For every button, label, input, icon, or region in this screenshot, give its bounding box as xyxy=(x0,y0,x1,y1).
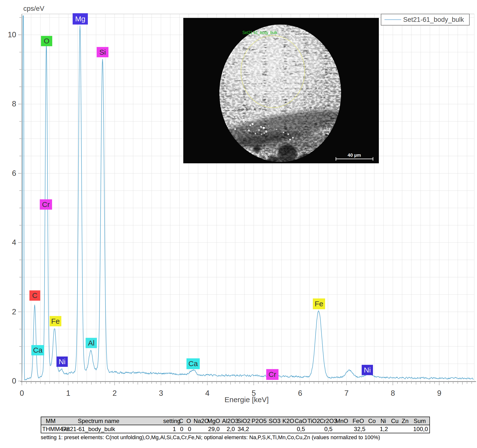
y-tick-label: 8 xyxy=(12,100,16,108)
element-label-Ni: Ni xyxy=(362,365,373,375)
table-header-cell: Sum xyxy=(410,417,430,425)
table-header-cell: Spectrum name xyxy=(60,417,162,425)
table-cell: Set21-61_body_bulk xyxy=(60,425,162,433)
element-label-Ni: Ni xyxy=(56,357,68,367)
svg-text:Fe: Fe xyxy=(315,300,323,308)
svg-text:Cr: Cr xyxy=(42,200,50,208)
scale-bar-label: 40 µm xyxy=(348,153,361,158)
table-cell: 2,0 xyxy=(221,425,236,433)
element-label-Fe: Fe xyxy=(50,316,61,326)
table-cell: 1,2 xyxy=(377,425,389,433)
element-label-C: C xyxy=(29,290,40,301)
table-cell xyxy=(251,425,268,433)
table-header-cell: MnO xyxy=(334,417,350,425)
element-label-Si: Si xyxy=(97,47,108,57)
table-header-cell: Na2O xyxy=(193,417,206,425)
table-cell xyxy=(367,425,377,433)
element-label-Ca: Ca xyxy=(31,345,44,355)
sem-inset-image: Set21-61_body_bulk40 µm xyxy=(183,18,379,170)
x-tick-label: 1 xyxy=(66,389,70,397)
table-cell xyxy=(193,425,206,433)
table-cell: 0 xyxy=(177,425,185,433)
settings-footnote: setting 1: preset elements: C(not unfold… xyxy=(41,434,380,441)
table-header-cell: Ni xyxy=(377,417,389,425)
table-header-cell: Al2O3 xyxy=(221,417,236,425)
svg-text:Mg: Mg xyxy=(75,15,85,23)
table-header-cell: Zn xyxy=(400,417,410,425)
eds-report-page: 01234567890246810cps/eVEnergie [keV]CCaO… xyxy=(0,0,477,448)
table-header-cell: Co xyxy=(367,417,377,425)
inset-spectrum-label: Set21-61_body_bulk xyxy=(242,30,278,35)
quantification-table: MMSpectrum namesettingCONa2OMgOAl2O3SiO2… xyxy=(41,417,430,433)
element-label-Fe: Fe xyxy=(313,298,325,309)
svg-text:Fe: Fe xyxy=(51,317,60,325)
table-cell: 100,0 xyxy=(410,425,430,433)
table-header-cell: TiO2 xyxy=(306,417,319,425)
svg-text:Si: Si xyxy=(99,48,106,56)
table-header-cell: MgO xyxy=(206,417,221,425)
svg-text:C: C xyxy=(32,291,38,299)
svg-text:Cr: Cr xyxy=(268,370,276,378)
table-header-cell: SO3 xyxy=(268,417,281,425)
x-tick-label: 6 xyxy=(298,389,302,397)
y-tick-label: 0 xyxy=(12,377,16,385)
y-axis-title: cps/eV xyxy=(23,5,44,12)
y-tick-label: 10 xyxy=(8,30,16,39)
table-cell xyxy=(306,425,319,433)
table-row: THMM478Set21-61_body_bulk10029,02,034,20… xyxy=(41,425,430,433)
table-header-cell: MM xyxy=(41,417,60,425)
table-cell: THMM478 xyxy=(41,425,60,433)
element-label-Al: Al xyxy=(86,338,97,348)
table-cell xyxy=(334,425,350,433)
table-cell xyxy=(281,425,294,433)
y-tick-label: 2 xyxy=(12,307,16,316)
x-tick-label: 9 xyxy=(437,389,441,397)
svg-text:Al: Al xyxy=(88,339,95,347)
x-axis-title: Energie [keV] xyxy=(225,396,269,404)
legend: Set21-61_body_bulk xyxy=(381,14,469,25)
x-tick-label: 7 xyxy=(344,389,348,397)
svg-text:Ca: Ca xyxy=(33,346,43,354)
svg-text:Ni: Ni xyxy=(59,358,66,366)
svg-text:Ni: Ni xyxy=(364,366,371,374)
table-header-row: MMSpectrum namesettingCONa2OMgOAl2O3SiO2… xyxy=(41,417,430,425)
spectrum-plot: 01234567890246810cps/eVEnergie [keV]CCaO… xyxy=(0,0,477,448)
x-tick-label: 8 xyxy=(391,389,395,397)
table-header-cell: CaO xyxy=(294,417,306,425)
element-label-Cr: Cr xyxy=(266,369,278,380)
table-cell: 34,2 xyxy=(236,425,251,433)
legend-label: Set21-61_body_bulk xyxy=(403,16,464,23)
table-header-cell: setting xyxy=(162,417,177,425)
table-cell: 1 xyxy=(162,425,177,433)
table-cell: 0 xyxy=(185,425,193,433)
y-tick-label: 6 xyxy=(12,169,16,178)
table-header-cell: P2O5 xyxy=(251,417,268,425)
element-label-Cr: Cr xyxy=(40,199,52,210)
y-tick-label: 4 xyxy=(12,238,16,247)
table-header-cell: K2O xyxy=(281,417,294,425)
table-header-cell: Cu xyxy=(389,417,400,425)
svg-text:Ca: Ca xyxy=(188,359,198,368)
x-tick-label: 4 xyxy=(205,389,209,397)
table-header-cell: FeO xyxy=(350,417,367,425)
element-label-Ca: Ca xyxy=(186,358,200,369)
element-label-Mg: Mg xyxy=(73,13,88,25)
table-cell: 0,5 xyxy=(294,425,306,433)
table-header-cell: O xyxy=(185,417,193,425)
svg-text:O: O xyxy=(44,37,49,45)
element-label-O: O xyxy=(41,36,52,46)
table-header-cell: SiO2 xyxy=(236,417,251,425)
table-cell: 0,5 xyxy=(319,425,334,433)
x-tick-label: 0 xyxy=(20,389,24,397)
table-cell xyxy=(268,425,281,433)
table-cell xyxy=(400,425,410,433)
table-cell: 29,0 xyxy=(206,425,221,433)
x-tick-label: 2 xyxy=(112,389,117,397)
table-header-cell: Cr2O3 xyxy=(319,417,334,425)
table-cell xyxy=(389,425,400,433)
table-cell: 32,5 xyxy=(350,425,367,433)
x-tick-label: 3 xyxy=(159,389,163,397)
